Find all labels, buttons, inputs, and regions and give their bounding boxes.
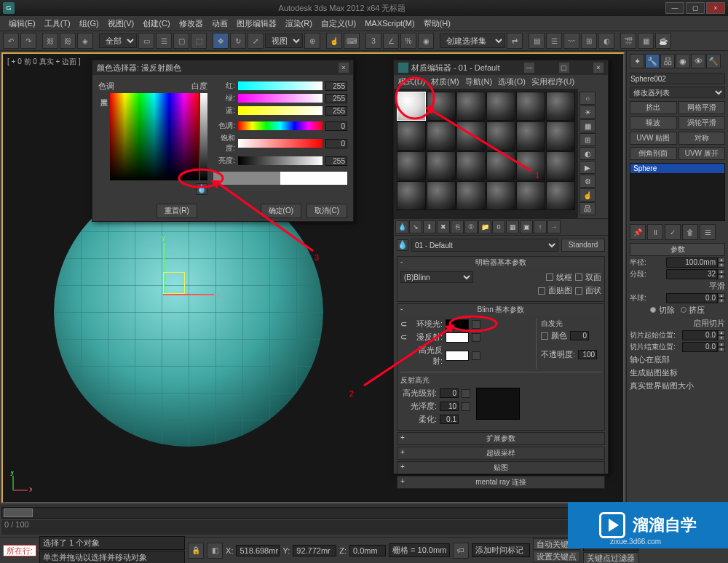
rollout-parameters[interactable]: 参数 xyxy=(630,243,725,256)
make-unique-icon2[interactable]: ① xyxy=(464,220,478,233)
spinner-snap-button[interactable]: ◉ xyxy=(418,33,434,49)
select-region-button[interactable]: ▢ xyxy=(173,33,189,49)
squash-radio[interactable] xyxy=(681,307,687,313)
mod-btn-noise[interactable]: 噪波 xyxy=(630,116,677,129)
tab-utilities-icon[interactable]: 🔨 xyxy=(706,54,721,68)
material-slot[interactable] xyxy=(546,121,575,151)
s-field[interactable]: 0 xyxy=(325,139,347,148)
hemi-field[interactable]: 0.0 xyxy=(666,293,718,303)
st-up[interactable]: ▲ xyxy=(718,342,725,347)
mat-map-nav-icon[interactable]: 品 xyxy=(579,202,596,215)
rollout-extended[interactable]: 扩展参数 xyxy=(397,433,604,444)
show-map-icon[interactable]: ▦ xyxy=(506,220,519,233)
material-slot[interactable] xyxy=(486,121,515,151)
percent-snap-button[interactable]: % xyxy=(400,33,416,49)
get-material-icon[interactable]: 💧 xyxy=(395,220,408,233)
green-field[interactable]: 255 xyxy=(325,94,347,103)
opacity-field[interactable]: 100 xyxy=(578,350,597,359)
window-minimize-button[interactable]: — xyxy=(665,2,684,14)
material-slot[interactable] xyxy=(456,151,486,180)
menu-tools[interactable]: 工具(T) xyxy=(40,17,75,31)
show-end-icon[interactable]: Ⅱ xyxy=(647,224,663,240)
put-to-lib-icon[interactable]: 📁 xyxy=(478,220,491,233)
material-slot[interactable] xyxy=(546,151,575,180)
blue-slider[interactable] xyxy=(238,106,323,115)
render-frame-button[interactable]: ▦ xyxy=(638,33,654,49)
material-type-button[interactable]: Standard xyxy=(561,239,605,252)
faceted-checkbox[interactable] xyxy=(575,287,582,295)
curve-editor-button[interactable]: 〰 xyxy=(563,33,579,49)
material-slot-1[interactable] xyxy=(397,92,426,121)
pin-stack-icon[interactable]: 📌 xyxy=(630,224,646,240)
material-slot[interactable] xyxy=(456,92,486,121)
menu-modifiers[interactable]: 修改器 xyxy=(175,17,207,31)
material-slot[interactable] xyxy=(546,181,575,210)
sliceto-field[interactable]: 0.0 xyxy=(682,342,718,352)
keyfilter-button[interactable]: 关键点过滤器 xyxy=(583,552,638,564)
red-slider[interactable] xyxy=(238,81,323,90)
viewport-label[interactable]: [ + 0 前 0 真实 + 边面 ] xyxy=(7,57,81,67)
material-slot[interactable] xyxy=(427,92,456,121)
blue-field[interactable]: 255 xyxy=(325,106,347,116)
ambient-swatch[interactable] xyxy=(446,319,469,330)
schematic-button[interactable]: ⊞ xyxy=(581,33,597,49)
backlight-icon[interactable]: ☀ xyxy=(579,105,596,119)
menu-animation[interactable]: 动画 xyxy=(207,17,232,31)
red-field[interactable]: 255 xyxy=(325,81,347,91)
setkey-button[interactable]: 设置关键点 xyxy=(533,551,580,562)
cancel-button[interactable]: 取消(C) xyxy=(306,204,347,218)
selfillum-field[interactable]: 0 xyxy=(570,331,589,340)
gloss-field[interactable]: 10 xyxy=(440,402,459,411)
named-selection-dropdown[interactable]: 创建选择集 xyxy=(440,33,505,48)
lock-diffuse-icon[interactable]: ⊂ xyxy=(400,332,408,342)
tab-display-icon[interactable]: 👁 xyxy=(691,54,705,68)
speclvl-field[interactable]: 0 xyxy=(440,388,459,398)
align-button[interactable]: ▤ xyxy=(529,33,545,49)
sample-type-icon[interactable]: ○ xyxy=(579,92,596,105)
ok-button[interactable]: 确定(O) xyxy=(261,204,301,218)
material-slot[interactable] xyxy=(486,151,515,180)
material-slot[interactable] xyxy=(516,121,545,151)
me-min-button[interactable]: — xyxy=(524,63,534,73)
isolate-icon[interactable]: ◧ xyxy=(207,543,223,559)
facemap-checkbox[interactable] xyxy=(538,287,545,295)
me-menu-modes[interactable]: 模式(D) xyxy=(398,76,425,87)
go-parent-icon[interactable]: ↑ xyxy=(534,220,547,233)
bind-button[interactable]: ◈ xyxy=(77,33,93,49)
me-menu-nav[interactable]: 导航(N) xyxy=(465,76,492,87)
me-max-button[interactable]: ▢ xyxy=(559,63,569,73)
modifier-list-dropdown[interactable]: 修改器列表 xyxy=(630,87,725,98)
put-to-scene-icon[interactable]: ↘ xyxy=(409,220,422,233)
menu-views[interactable]: 视图(V) xyxy=(103,17,139,31)
menu-grapheditors[interactable]: 图形编辑器 xyxy=(232,17,281,31)
hemi-up[interactable]: ▲ xyxy=(718,293,725,298)
undo-button[interactable]: ↶ xyxy=(3,33,19,49)
current-row-button[interactable]: 所在行: xyxy=(3,545,36,556)
rollout-mentalray[interactable]: mental ray 连接 xyxy=(397,476,604,488)
y-coord-field[interactable]: 92.772mr xyxy=(293,545,336,556)
material-editor-button[interactable]: ◐ xyxy=(598,33,614,49)
move-button[interactable]: ✥ xyxy=(213,33,229,49)
radius-field[interactable]: 100.0mm xyxy=(666,257,718,268)
radius-up[interactable]: ▲ xyxy=(718,257,725,263)
h-slider[interactable] xyxy=(238,121,323,130)
green-slider[interactable] xyxy=(238,94,323,103)
me-menu-material[interactable]: 材质(M) xyxy=(431,76,459,87)
tab-hierarchy-icon[interactable]: 品 xyxy=(660,54,675,68)
material-slot[interactable] xyxy=(427,151,456,180)
2sided-checkbox[interactable] xyxy=(575,273,582,281)
lock-selection-icon[interactable]: 🔒 xyxy=(188,543,204,559)
angle-snap-button[interactable]: ∠ xyxy=(383,33,399,49)
sample-uv-icon[interactable]: ⊞ xyxy=(579,133,596,146)
object-name-field[interactable] xyxy=(630,73,725,84)
menu-create[interactable]: 创建(C) xyxy=(138,17,174,31)
h-field[interactable]: 0 xyxy=(325,121,347,131)
material-slot[interactable] xyxy=(397,151,426,180)
colorpicker-close-button[interactable]: × xyxy=(339,63,349,73)
material-slot[interactable] xyxy=(516,151,545,180)
speclvl-map-button[interactable] xyxy=(462,389,470,398)
diffuse-map-button[interactable] xyxy=(472,333,480,342)
tab-motion-icon[interactable]: ◉ xyxy=(676,54,690,68)
options-icon[interactable]: ⚙ xyxy=(579,175,596,188)
material-slot[interactable] xyxy=(516,92,545,121)
